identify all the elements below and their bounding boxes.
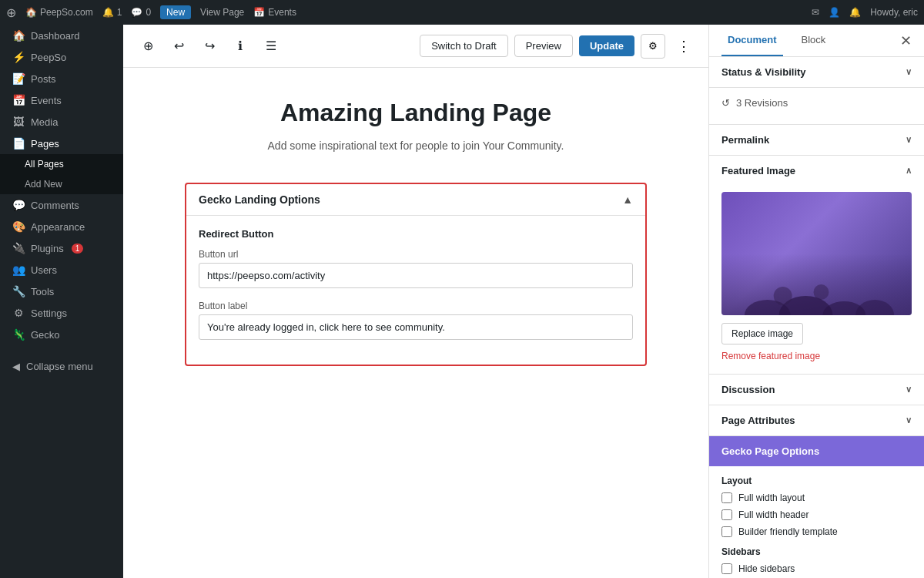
- comments-icon: 💬: [12, 199, 25, 211]
- gecko-page-options-section: Gecko Page Options Layout Full width lay…: [709, 436, 924, 578]
- builder-friendly-checkbox[interactable]: [721, 526, 732, 537]
- right-panel-tabs: Document Block ✕: [709, 25, 924, 57]
- sidebar-item-tools[interactable]: 🔧 Tools: [0, 281, 123, 302]
- preview-button[interactable]: Preview: [514, 35, 573, 57]
- main-layout: 🏠 Dashboard ⚡ PeepSo 📝 Posts 📅 Events 🖼 …: [0, 25, 924, 578]
- editor-area: ⊕ ↩ ↪ ℹ ☰ Switch to Draft Preview Update…: [123, 25, 708, 578]
- sidebar-item-comments[interactable]: 💬 Comments: [0, 194, 123, 216]
- sidebar-item-media[interactable]: 🖼 Media: [0, 111, 123, 133]
- sidebar-item-users[interactable]: 👥 Users: [0, 259, 123, 281]
- discussion-header[interactable]: Discussion ∨: [709, 375, 924, 405]
- add-block-button[interactable]: ⊕: [136, 34, 160, 59]
- events-icon: 📅: [12, 94, 25, 106]
- events-item[interactable]: 📅 Events: [253, 7, 296, 18]
- sidebar-item-appearance[interactable]: 🎨 Appearance: [0, 216, 123, 237]
- sidebar-item-posts[interactable]: 📝 Posts: [0, 68, 123, 89]
- remove-featured-image-link[interactable]: Remove featured image: [721, 351, 912, 361]
- plugins-badge: 1: [72, 244, 84, 254]
- sidebar-item-dashboard[interactable]: 🏠 Dashboard: [0, 25, 123, 46]
- button-url-input[interactable]: [199, 263, 633, 288]
- gecko-icon: 🦎: [12, 328, 25, 341]
- svg-point-5: [814, 284, 829, 300]
- adminbar-right: ✉ 👤 🔔 Howdy, eric: [812, 7, 918, 18]
- media-icon: 🖼: [12, 116, 25, 128]
- gecko-page-options-header[interactable]: Gecko Page Options: [709, 436, 924, 466]
- sidebar-item-add-new[interactable]: Add New: [0, 174, 123, 194]
- settings-icon: ⚙: [12, 307, 25, 319]
- replace-image-button[interactable]: Replace image: [721, 323, 803, 344]
- appearance-icon: 🎨: [12, 220, 25, 233]
- page-subtitle[interactable]: Add some inspirational text for people t…: [185, 139, 647, 152]
- settings-gear-button[interactable]: ⚙: [641, 34, 665, 59]
- gecko-box-header: Gecko Landing Options ▲: [186, 184, 645, 216]
- featured-image-placeholder: [721, 192, 912, 315]
- full-width-layout-label: Full width layout: [738, 492, 805, 503]
- more-options-button[interactable]: ⋮: [671, 34, 696, 59]
- tools-icon: 🔧: [12, 285, 25, 297]
- redo-button[interactable]: ↪: [197, 34, 222, 59]
- page-title[interactable]: Amazing Landing Page: [185, 99, 647, 127]
- status-visibility-header[interactable]: Status & Visibility ∨: [709, 57, 924, 87]
- comments-item[interactable]: 💬 0: [131, 7, 151, 18]
- button-label-label: Button label: [199, 301, 633, 311]
- notification-bell-icon[interactable]: 🔔: [849, 7, 861, 18]
- new-button[interactable]: New: [160, 5, 191, 19]
- pages-icon: 📄: [12, 137, 25, 150]
- sidebar-item-gecko[interactable]: 🦎 Gecko: [0, 324, 123, 345]
- redirect-button-title: Redirect Button: [199, 228, 633, 240]
- sidebar: 🏠 Dashboard ⚡ PeepSo 📝 Posts 📅 Events 🖼 …: [0, 25, 123, 578]
- sidebar-item-plugins[interactable]: 🔌 Plugins 1: [0, 237, 123, 259]
- admin-bar: ⊕ 🏠 PeepSo.com 🔔 1 💬 0 New View Page 📅 E…: [0, 0, 924, 25]
- people-icon[interactable]: 👤: [829, 7, 840, 18]
- permalink-header[interactable]: Permalink ∨: [709, 125, 924, 155]
- sidebar-item-settings[interactable]: ⚙ Settings: [0, 302, 123, 324]
- sidebar-item-pages[interactable]: 📄 Pages: [0, 133, 123, 154]
- full-width-header-label: Full width header: [738, 509, 808, 520]
- tab-document[interactable]: Document: [721, 25, 783, 56]
- discussion-section: Discussion ∨: [709, 375, 924, 405]
- status-visibility-chevron: ∨: [906, 67, 912, 77]
- notifications-item[interactable]: 🔔 1: [102, 7, 122, 18]
- full-width-header-checkbox[interactable]: [721, 509, 732, 520]
- full-width-layout-checkbox[interactable]: [721, 492, 732, 503]
- revisions-content: ↺ 3 Revisions: [709, 88, 924, 124]
- collapse-menu-button[interactable]: ◀ Collapse menu: [0, 351, 123, 381]
- gecko-landing-options-box: Gecko Landing Options ▲ Redirect Button …: [185, 183, 647, 366]
- info-button[interactable]: ℹ: [228, 34, 253, 59]
- layout-title: Layout: [721, 476, 912, 486]
- status-visibility-section: Status & Visibility ∨: [709, 57, 924, 88]
- site-name[interactable]: 🏠 PeepSo.com: [25, 7, 93, 18]
- gecko-box-title: Gecko Landing Options: [199, 193, 320, 206]
- update-button[interactable]: Update: [579, 35, 634, 56]
- gecko-box-body: Redirect Button Button url Button label: [186, 216, 645, 365]
- featured-image-silhouette: [721, 254, 912, 315]
- hide-sidebars-row: Hide sidebars: [721, 563, 912, 574]
- revisions-row[interactable]: ↺ 3 Revisions: [721, 94, 912, 112]
- button-url-label: Button url: [199, 249, 633, 260]
- collapse-icon: ◀: [12, 361, 20, 372]
- sidebar-item-peepso[interactable]: ⚡ PeepSo: [0, 46, 123, 68]
- block-nav-button[interactable]: ☰: [259, 34, 283, 59]
- view-page-item[interactable]: View Page: [200, 7, 244, 18]
- posts-icon: 📝: [12, 72, 25, 85]
- featured-image-chevron: ∧: [906, 166, 912, 176]
- pages-submenu: All Pages Add New: [0, 154, 123, 194]
- page-attributes-chevron: ∨: [906, 415, 912, 425]
- peepso-icon: ⚡: [12, 51, 25, 63]
- right-panel-close-button[interactable]: ✕: [900, 25, 912, 56]
- sidebar-item-events[interactable]: 📅 Events: [0, 89, 123, 111]
- permalink-chevron: ∨: [906, 135, 912, 145]
- switch-draft-button[interactable]: Switch to Draft: [420, 35, 508, 57]
- builder-friendly-label: Builder friendly template: [738, 526, 838, 537]
- page-attributes-header[interactable]: Page Attributes ∨: [709, 405, 924, 435]
- full-width-header-row: Full width header: [721, 509, 912, 520]
- mail-icon[interactable]: ✉: [812, 7, 819, 18]
- button-label-input[interactable]: [199, 314, 633, 340]
- sidebar-item-all-pages[interactable]: All Pages: [0, 154, 123, 174]
- featured-image-header[interactable]: Featured Image ∧: [709, 156, 924, 186]
- undo-button[interactable]: ↩: [166, 34, 191, 59]
- gecko-box-collapse-button[interactable]: ▲: [622, 193, 633, 206]
- hide-sidebars-checkbox[interactable]: [721, 563, 732, 574]
- users-icon: 👥: [12, 264, 25, 276]
- tab-block[interactable]: Block: [795, 25, 832, 56]
